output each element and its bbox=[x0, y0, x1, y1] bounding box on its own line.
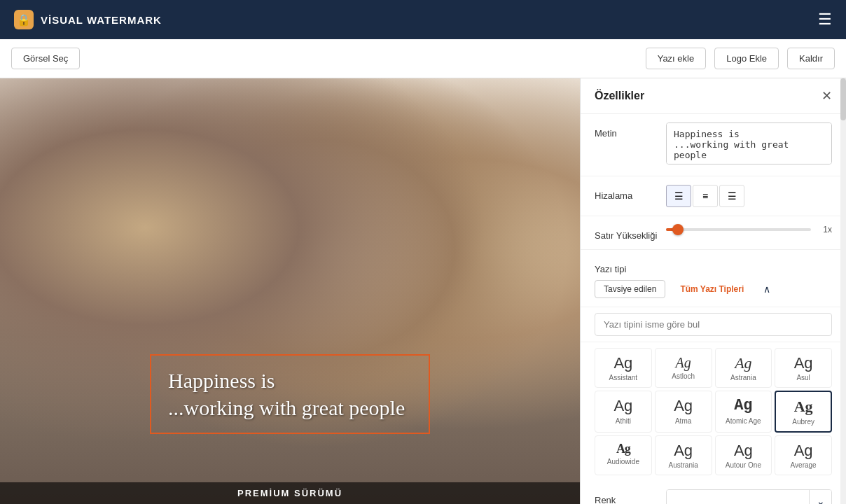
font-ag-autour: Ag bbox=[719, 442, 769, 460]
properties-panel: Özellikler ✕ Metin Happiness is ...worki… bbox=[580, 78, 846, 504]
text-input[interactable]: Happiness is ...working with great peopl… bbox=[666, 122, 832, 164]
font-ag-athiti: Ag bbox=[598, 397, 649, 415]
font-name-average: Average bbox=[778, 461, 828, 469]
app-title: VİSUAL WATERMARK bbox=[41, 14, 162, 26]
font-ag-atomic: Ag bbox=[719, 397, 769, 415]
font-cell-astrania[interactable]: Ag Astrania bbox=[715, 348, 772, 388]
font-ag-aubrey: Ag bbox=[779, 398, 828, 416]
font-grid-row: Ag Assistant Ag Astloch Ag Astrania Ag A… bbox=[581, 342, 846, 481]
align-center-button[interactable]: ≡ bbox=[693, 185, 718, 207]
font-name-atomic: Atomic Age bbox=[719, 417, 769, 425]
align-group: ☰ ≡ ☰ bbox=[666, 185, 832, 207]
font-cell-atomic-age[interactable]: Ag Atomic Age bbox=[715, 391, 772, 432]
font-cell-aubrey[interactable]: Ag Aubrey bbox=[775, 391, 832, 432]
font-name-athiti: Athiti bbox=[598, 417, 649, 425]
line-height-value: 1x bbox=[818, 225, 832, 234]
font-tab-recommended[interactable]: Tavsiye edilen bbox=[595, 280, 665, 298]
font-cell-austrania[interactable]: Ag Austrania bbox=[655, 435, 712, 475]
font-tabs: Tavsiye edilen Tüm Yazı Tipleri ∧ bbox=[595, 280, 775, 298]
premium-banner: PREMİUM SÜRÜMÜ bbox=[0, 482, 580, 504]
font-name-audiowide: Audiowide bbox=[598, 458, 649, 465]
scrollbar-thumb[interactable] bbox=[840, 78, 846, 120]
font-name-atma: Atma bbox=[658, 417, 709, 425]
font-ag-assistant: Ag bbox=[598, 354, 649, 372]
font-grid: Ag Assistant Ag Astloch Ag Astrania Ag A… bbox=[595, 345, 832, 478]
font-cell-astloch[interactable]: Ag Astloch bbox=[655, 348, 712, 388]
font-tab-all[interactable]: Tüm Yazı Tipleri bbox=[671, 280, 753, 298]
text-control: Happiness is ...working with great peopl… bbox=[666, 122, 832, 167]
toolbar: Görsel Seç Yazı ekle Logo Ekle Kaldır bbox=[0, 39, 846, 78]
color-picker[interactable]: ⌄ bbox=[666, 489, 832, 504]
add-logo-button[interactable]: Logo Ekle bbox=[714, 48, 779, 69]
close-panel-button[interactable]: ✕ bbox=[821, 88, 832, 104]
line-height-slider-track[interactable] bbox=[666, 228, 811, 231]
canvas-photo-background bbox=[0, 78, 580, 504]
font-ag-audiowide: Ag bbox=[598, 442, 649, 457]
font-search-row bbox=[581, 307, 846, 342]
color-preview bbox=[667, 490, 809, 504]
font-ag-astloch: Ag bbox=[658, 354, 709, 371]
font-ag-atma: Ag bbox=[658, 397, 709, 415]
font-ag-austrania: Ag bbox=[658, 442, 709, 460]
font-name-astrania: Astrania bbox=[719, 374, 769, 382]
hamburger-menu-icon[interactable]: ☰ bbox=[818, 10, 832, 29]
font-ag-asul: Ag bbox=[778, 354, 828, 372]
watermark-text: Happiness is ...working with great peopl… bbox=[168, 367, 412, 421]
color-control-container: ⌄ bbox=[666, 489, 832, 504]
panel-header: Özellikler ✕ bbox=[581, 78, 846, 114]
font-cell-asul[interactable]: Ag Asul bbox=[775, 348, 832, 388]
logo-area: 🔒 VİSUAL WATERMARK bbox=[14, 10, 162, 29]
remove-button[interactable]: Kaldır bbox=[787, 48, 835, 69]
header: 🔒 VİSUAL WATERMARK ☰ bbox=[0, 0, 846, 39]
font-cell-assistant[interactable]: Ag Assistant bbox=[595, 348, 652, 388]
line-height-row: Satır Yüksekliği 1x bbox=[581, 216, 846, 250]
font-name-aubrey: Aubrey bbox=[779, 418, 828, 426]
alignment-row: Hizalama ☰ ≡ ☰ bbox=[581, 176, 846, 216]
text-row: Metin Happiness is ...working with great… bbox=[581, 114, 846, 176]
font-collapse-icon[interactable]: ∧ bbox=[758, 281, 775, 298]
text-label: Metin bbox=[595, 122, 658, 139]
color-dropdown-button[interactable]: ⌄ bbox=[809, 490, 831, 504]
font-ag-average: Ag bbox=[778, 442, 828, 460]
watermark-text-box[interactable]: Happiness is ...working with great peopl… bbox=[150, 354, 430, 434]
main-area: Happiness is ...working with great peopl… bbox=[0, 78, 846, 504]
panel-title: Özellikler bbox=[595, 90, 644, 102]
font-type-row: Yazı tipi Tavsiye edilen Tüm Yazı Tipler… bbox=[581, 250, 846, 307]
font-name-astloch: Astloch bbox=[658, 372, 709, 380]
font-search-input[interactable] bbox=[595, 313, 832, 336]
font-name-austrania: Austrania bbox=[658, 461, 709, 469]
font-cell-autour-one[interactable]: Ag Autour One bbox=[715, 435, 772, 475]
slider-thumb[interactable] bbox=[672, 224, 684, 235]
select-image-button[interactable]: Görsel Seç bbox=[11, 48, 80, 69]
scrollbar-track bbox=[840, 78, 846, 504]
align-left-button[interactable]: ☰ bbox=[666, 185, 691, 207]
font-cell-audiowide[interactable]: Ag Audiowide bbox=[595, 435, 652, 475]
font-name-autour: Autour One bbox=[719, 461, 769, 469]
logo-icon: 🔒 bbox=[14, 10, 34, 29]
line-height-control: 1x bbox=[666, 225, 832, 234]
font-type-label: Yazı tipi bbox=[595, 258, 658, 274]
add-text-button[interactable]: Yazı ekle bbox=[646, 48, 707, 69]
font-cell-average[interactable]: Ag Average bbox=[775, 435, 832, 475]
color-row: Renk ⌄ bbox=[581, 481, 846, 504]
font-name-assistant: Assistant bbox=[598, 374, 649, 382]
canvas-area[interactable]: Happiness is ...working with great peopl… bbox=[0, 78, 580, 504]
font-cell-athiti[interactable]: Ag Athiti bbox=[595, 391, 652, 432]
font-ag-astrania: Ag bbox=[719, 354, 769, 372]
font-name-asul: Asul bbox=[778, 374, 828, 382]
align-right-button[interactable]: ☰ bbox=[719, 185, 744, 207]
color-label: Renk bbox=[595, 489, 658, 504]
align-label: Hizalama bbox=[595, 185, 658, 201]
line-height-label: Satır Yüksekliği bbox=[595, 225, 658, 241]
font-cell-atma[interactable]: Ag Atma bbox=[655, 391, 712, 432]
